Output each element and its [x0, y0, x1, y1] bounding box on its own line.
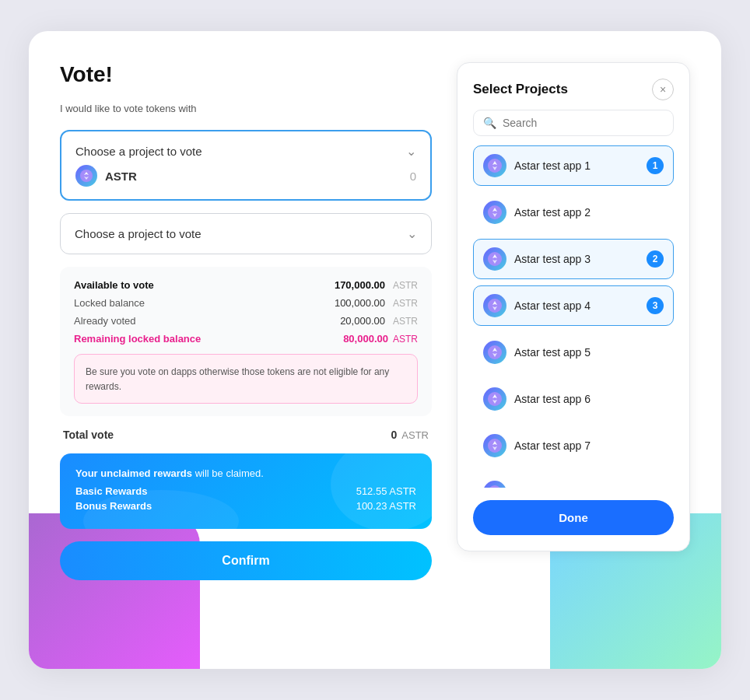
project-icon	[483, 247, 506, 271]
total-label: Total vote	[63, 429, 114, 441]
warning-box: Be sure you vote on dapps otherwise thos…	[74, 354, 418, 404]
project-item[interactable]: Astar test app 11	[473, 145, 674, 186]
panel-title: Select Projects	[473, 82, 568, 97]
rewards-title: Your unclaimed rewards will be claimed.	[75, 467, 416, 479]
astr-icon	[75, 165, 97, 187]
stats-box: Available to vote 170,000.00 ASTR Locked…	[60, 267, 432, 416]
locked-value: 100,000.00	[335, 297, 385, 309]
project-item[interactable]: Astar test app 32	[473, 239, 674, 279]
project-name: Astar test app 5	[514, 346, 664, 359]
project-icon	[483, 154, 506, 177]
basic-rewards-label: Basic Rewards	[75, 485, 148, 497]
bonus-rewards-label: Bonus Rewards	[75, 500, 152, 512]
rewards-box: Your unclaimed rewards will be claimed. …	[60, 453, 432, 529]
close-button[interactable]: ×	[652, 79, 674, 100]
locked-unit: ASTR	[393, 298, 418, 309]
astr-token-value: 0	[410, 170, 416, 183]
project-name: Astar test app 4	[514, 299, 639, 312]
dropdown-2[interactable]: Choose a project to vote ⌄	[60, 213, 432, 254]
main-card: Vote! I would like to vote tokens with C…	[29, 31, 721, 669]
remaining-value: 80,000.00	[343, 333, 388, 345]
done-button[interactable]: Done	[473, 500, 674, 535]
left-panel: Vote! I would like to vote tokens with C…	[60, 62, 432, 638]
chevron-down-icon: ⌄	[406, 144, 416, 159]
panel-header: Select Projects ×	[473, 79, 674, 100]
confirm-button[interactable]: Confirm	[60, 541, 432, 580]
project-icon	[483, 387, 506, 411]
available-value: 170,000.00	[335, 279, 385, 291]
search-icon: 🔍	[483, 117, 496, 129]
total-value: 0	[391, 429, 398, 441]
project-item[interactable]: Astar test app 6	[473, 379, 674, 419]
warning-text: Be sure you vote on dapps otherwise thos…	[86, 366, 389, 392]
available-unit: ASTR	[393, 280, 418, 291]
available-row: Available to vote 170,000.00 ASTR	[74, 279, 418, 291]
project-item[interactable]: Astar test app 2	[473, 192, 674, 233]
right-panel: Select Projects × 🔍 Astar test app 11Ast…	[457, 62, 690, 551]
voted-row: Already voted 20,000.00 ASTR	[74, 315, 418, 327]
svg-point-15	[488, 345, 502, 359]
svg-point-0	[80, 170, 93, 182]
chevron-down-icon-2: ⌄	[407, 226, 417, 241]
search-input[interactable]	[503, 117, 664, 129]
remaining-unit: ASTR	[393, 334, 418, 345]
svg-point-21	[488, 439, 502, 453]
projects-list: Astar test app 11Astar test app 2Astar t…	[473, 145, 674, 488]
dropdown-1-label: Choose a project to vote	[75, 145, 202, 158]
svg-point-6	[488, 205, 502, 219]
available-label: Available to vote	[74, 279, 154, 291]
page-title: Vote!	[60, 62, 432, 87]
total-row: Total vote 0 ASTR	[60, 429, 432, 441]
bonus-rewards-row: Bonus Rewards 100.23 ASTR	[75, 500, 416, 512]
voted-unit: ASTR	[393, 316, 418, 327]
svg-point-9	[488, 252, 502, 266]
svg-point-12	[488, 299, 502, 313]
project-item[interactable]: Astar test app 43	[473, 285, 674, 326]
project-name: Astar test app 7	[514, 439, 664, 452]
search-box[interactable]: 🔍	[473, 110, 674, 136]
project-badge: 3	[647, 297, 664, 314]
subtitle: I would like to vote tokens with	[60, 103, 432, 114]
locked-row: Locked balance 100,000.00 ASTR	[74, 297, 418, 309]
dropdown-1[interactable]: Choose a project to vote ⌄ ASTR 0	[60, 130, 432, 201]
project-badge: 2	[647, 250, 664, 268]
project-name: Astar test app 8	[514, 486, 664, 488]
project-name: Astar test app 3	[514, 253, 639, 265]
astr-row: ASTR 0	[75, 165, 416, 187]
project-name: Astar test app 1	[514, 159, 639, 172]
basic-rewards-row: Basic Rewards 512.55 ASTR	[75, 485, 416, 497]
project-item[interactable]: Astar test app 8	[473, 472, 674, 488]
remaining-row: Remaining locked balance 80,000.00 ASTR	[74, 333, 418, 345]
project-item[interactable]: Astar test app 5	[473, 332, 674, 373]
voted-value: 20,000.00	[340, 315, 385, 327]
svg-point-24	[488, 485, 502, 488]
project-icon	[483, 341, 506, 364]
bonus-rewards-value: 100.23 ASTR	[356, 500, 416, 512]
project-name: Astar test app 2	[514, 206, 664, 219]
project-badge: 1	[647, 157, 664, 174]
project-item[interactable]: Astar test app 7	[473, 425, 674, 466]
astr-token-label: ASTR	[105, 170, 402, 183]
project-name: Astar test app 6	[514, 393, 664, 405]
basic-rewards-value: 512.55 ASTR	[356, 485, 416, 497]
remaining-label: Remaining locked balance	[74, 333, 201, 345]
svg-point-18	[488, 392, 502, 406]
total-unit: ASTR	[401, 429, 429, 441]
voted-label: Already voted	[74, 315, 136, 327]
project-icon	[483, 434, 506, 457]
dropdown-2-label: Choose a project to vote	[75, 227, 202, 240]
project-icon	[483, 201, 506, 224]
project-icon	[483, 294, 506, 317]
locked-label: Locked balance	[74, 297, 145, 309]
project-icon	[483, 481, 506, 488]
svg-point-3	[488, 159, 502, 173]
